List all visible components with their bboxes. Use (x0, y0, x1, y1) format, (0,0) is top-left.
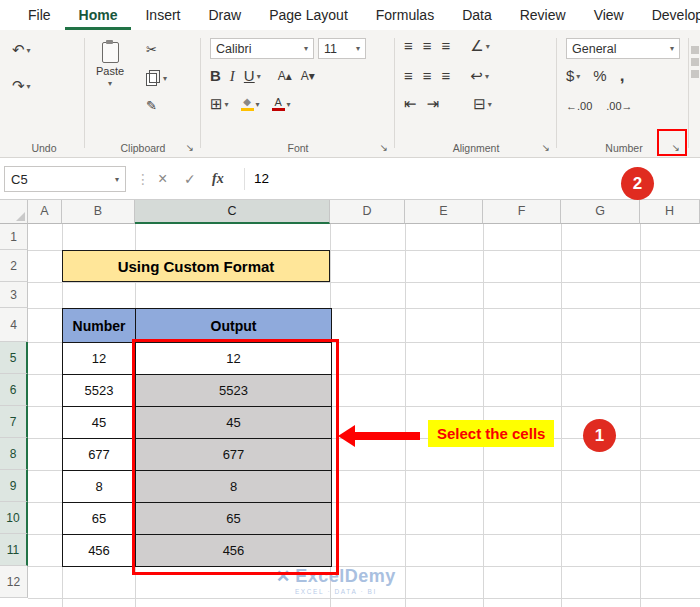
row-header-2[interactable]: 2 (0, 250, 28, 282)
decrease-indent-button[interactable]: ⇤ (404, 96, 417, 112)
redo-button[interactable]: ↷ ▾ (12, 78, 31, 94)
column-header-G[interactable]: G (561, 200, 640, 224)
font-size-select[interactable]: 11 ▾ (318, 38, 366, 59)
tab-data[interactable]: Data (448, 0, 506, 30)
table-header-output[interactable]: Output (136, 309, 332, 343)
row-header-12[interactable]: 12 (0, 566, 28, 598)
row-header-4[interactable]: 4 (0, 308, 28, 342)
undo-button[interactable]: ↶ ▾ (12, 42, 31, 58)
tab-review[interactable]: Review (506, 0, 580, 30)
column-header-B[interactable]: B (62, 200, 135, 224)
row-header-3[interactable]: 3 (0, 282, 28, 308)
increase-decimal-button[interactable]: ←.00 (566, 98, 592, 114)
cell-B11[interactable]: 456 (63, 535, 136, 567)
increase-indent-button[interactable]: ⇥ (427, 96, 440, 112)
font-dialog-launcher[interactable]: ↘ (380, 143, 388, 153)
tab-view[interactable]: View (580, 0, 638, 30)
chevron-down-icon: ▾ (485, 72, 489, 81)
row-header-7[interactable]: 7 (0, 406, 28, 438)
cancel-icon[interactable]: × (158, 166, 167, 192)
tab-file[interactable]: File (14, 0, 65, 30)
orientation-button[interactable]: ∠ ▾ (470, 38, 489, 54)
ribbon-tab-bar: File Home Insert Draw Page Layout Formul… (0, 0, 700, 30)
decrease-decimal-button[interactable]: .00→ (606, 98, 632, 114)
cell-B7[interactable]: 45 (63, 407, 136, 439)
cell-B10[interactable]: 65 (63, 503, 136, 535)
tab-draw[interactable]: Draw (194, 0, 255, 30)
ribbon: ↶ ▾ ↷ ▾ Undo Paste ▾ ✂ ▾ (0, 30, 700, 158)
orientation-icon: ∠ (470, 38, 483, 54)
name-box-value: C5 (11, 172, 28, 187)
formula-bar-grip-icon[interactable]: ⋮ (136, 166, 150, 192)
align-right-button[interactable]: ≡ (442, 68, 451, 84)
bold-button[interactable]: B (210, 68, 221, 84)
row-header-5[interactable]: 5 (0, 342, 28, 374)
column-header-H[interactable]: H (640, 200, 700, 224)
tab-insert[interactable]: Insert (131, 0, 194, 30)
format-painter-icon: ✎ (146, 98, 157, 114)
font-color-button[interactable]: A ▾ (272, 97, 291, 111)
accounting-format-button[interactable]: $ ▾ (566, 68, 580, 84)
number-format-select[interactable]: General ▾ (566, 38, 680, 59)
enter-icon[interactable]: ✓ (184, 166, 196, 192)
chevron-down-icon: ▾ (225, 100, 229, 109)
align-center-button[interactable]: ≡ (423, 68, 432, 84)
cell-B5[interactable]: 12 (63, 343, 136, 375)
align-middle-button[interactable]: ≡ (423, 38, 432, 54)
table-header-number[interactable]: Number (63, 309, 136, 343)
format-painter-button[interactable]: ✎ (146, 98, 157, 114)
step-2-badge: 2 (621, 167, 654, 200)
tab-formulas[interactable]: Formulas (362, 0, 448, 30)
clipboard-dialog-launcher[interactable]: ↘ (186, 143, 194, 153)
tab-home[interactable]: Home (65, 0, 132, 30)
align-left-button[interactable]: ≡ (404, 68, 413, 84)
row-header-6[interactable]: 6 (0, 374, 28, 406)
insert-function-icon[interactable]: fx (212, 166, 224, 192)
cell-B9[interactable]: 8 (63, 471, 136, 503)
fill-color-button[interactable]: ◆ ▾ (241, 97, 260, 111)
select-all-corner[interactable] (0, 200, 28, 224)
row-header-1[interactable]: 1 (0, 224, 28, 250)
column-header-D[interactable]: D (330, 200, 405, 224)
borders-button[interactable]: ⊞ ▾ (210, 96, 229, 112)
copy-button[interactable]: ▾ (146, 70, 167, 86)
align-top-button[interactable]: ≡ (404, 38, 413, 54)
italic-button[interactable]: I (230, 68, 235, 84)
row-header-8[interactable]: 8 (0, 438, 28, 470)
group-divider (200, 38, 201, 148)
font-family-select[interactable]: Calibri ▾ (210, 38, 314, 59)
paste-button[interactable]: Paste ▾ (96, 42, 124, 88)
wrap-text-button[interactable]: ↩ ▾ (470, 68, 489, 84)
title-cell[interactable]: Using Custom Format (62, 250, 330, 282)
row-header-11[interactable]: 11 (0, 534, 28, 566)
shrink-font-button[interactable]: A▾ (301, 68, 315, 84)
column-header-A[interactable]: A (28, 200, 62, 224)
cell-B6[interactable]: 5523 (63, 375, 136, 407)
font-family-value: Calibri (216, 42, 251, 56)
name-box[interactable]: C5 ▾ (4, 166, 126, 192)
comma-style-button[interactable]: , (620, 68, 625, 84)
dollar-icon: $ (566, 68, 574, 84)
column-header-C[interactable]: C (135, 200, 330, 224)
grow-font-button[interactable]: A▴ (278, 68, 292, 84)
wrap-text-icon: ↩ (470, 68, 483, 84)
group-divider (688, 38, 689, 148)
cell-B8[interactable]: 677 (63, 439, 136, 471)
redo-icon: ↷ (12, 78, 25, 94)
tab-developer[interactable]: Developer (638, 0, 700, 30)
row-header-9[interactable]: 9 (0, 470, 28, 502)
undo-group-label: Undo (6, 142, 82, 154)
align-bottom-button[interactable]: ≡ (442, 38, 451, 54)
cut-button[interactable]: ✂ (146, 42, 157, 58)
alignment-dialog-launcher[interactable]: ↘ (542, 143, 550, 153)
tab-page-layout[interactable]: Page Layout (255, 0, 362, 30)
formula-bar-input[interactable]: 12 (254, 166, 269, 192)
formula-bar-divider (244, 168, 245, 190)
underline-button[interactable]: U ▾ (244, 68, 261, 84)
row-header-10[interactable]: 10 (0, 502, 28, 534)
select-arrow-shaft (354, 432, 420, 440)
column-header-E[interactable]: E (405, 200, 483, 224)
merge-center-button[interactable]: ⊟ ▾ (473, 96, 492, 112)
column-header-F[interactable]: F (483, 200, 561, 224)
percent-style-button[interactable]: % (593, 68, 606, 84)
